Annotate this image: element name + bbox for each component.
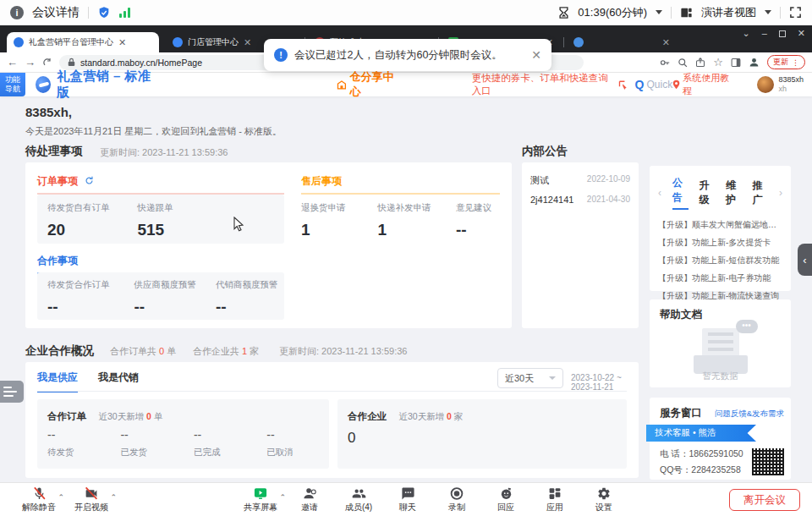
- refresh-icon[interactable]: [85, 176, 94, 185]
- stat-value[interactable]: 20: [47, 221, 125, 239]
- notice-item[interactable]: 【升级】顺丰发大闸蟹偏远地区不成功问...: [658, 219, 782, 231]
- start-video-button[interactable]: 开启视频 ⌃: [68, 486, 115, 513]
- profile-icon[interactable]: [749, 57, 760, 68]
- browser-tab-active[interactable]: 礼盒营销平台管理中心 ✕: [7, 32, 159, 52]
- stat-value[interactable]: 515: [137, 221, 173, 239]
- stat-value[interactable]: 1: [301, 221, 374, 239]
- pending-title: 待处理事项: [25, 144, 83, 159]
- zoom-icon[interactable]: [678, 58, 688, 68]
- notice-tab-maintain[interactable]: 维护: [726, 178, 742, 207]
- minimize-icon[interactable]: –: [762, 29, 767, 38]
- mic-muted-icon: [31, 486, 47, 501]
- key-icon[interactable]: [660, 58, 670, 68]
- announcement-item[interactable]: 2j4124141 2021-04-30: [530, 195, 630, 205]
- view-dropdown-icon[interactable]: [765, 10, 771, 14]
- window-controls: ⌄ – ✕: [742, 29, 805, 38]
- notice-item[interactable]: 【升级】功能上新-电子券功能: [658, 272, 782, 284]
- announcement-date: 2022-10-09: [587, 174, 630, 187]
- coop-tab[interactable]: 合作事项: [37, 254, 78, 274]
- shield-check-icon[interactable]: [97, 6, 111, 19]
- quick-search[interactable]: Q Quick: [635, 78, 673, 91]
- user-chip[interactable]: 8385xh xh: [757, 75, 804, 94]
- back-icon[interactable]: ←: [7, 56, 18, 69]
- phone-label: 电 话：: [660, 448, 689, 458]
- notice-tab-announce[interactable]: 公告: [672, 176, 689, 210]
- sidebar-collapse-handle[interactable]: ‹: [798, 244, 812, 276]
- share-options-icon[interactable]: ⌃: [279, 493, 286, 502]
- unmute-button[interactable]: 解除静音 ⌃: [15, 486, 63, 513]
- stat-value[interactable]: --: [47, 298, 125, 316]
- toast-close-icon[interactable]: ✕: [531, 48, 541, 62]
- mouse-cursor: [233, 217, 244, 232]
- notice-tab-promo[interactable]: 推广: [753, 178, 769, 207]
- share-icon[interactable]: [695, 58, 705, 68]
- reload-icon[interactable]: [42, 58, 52, 68]
- maximize-icon[interactable]: [779, 30, 786, 37]
- reactions-button[interactable]: 回应: [482, 486, 529, 513]
- coop-company-total-num: 1: [242, 346, 247, 356]
- tab-close-icon[interactable]: ✕: [118, 37, 126, 48]
- chrome-update-button[interactable]: 更新 ⋮: [767, 55, 805, 69]
- close-window-icon[interactable]: ✕: [798, 29, 805, 38]
- stat-value[interactable]: --: [456, 221, 491, 239]
- order-tab[interactable]: 订单事项: [37, 174, 78, 193]
- stat-value: --: [266, 428, 294, 442]
- toast-info-icon: !: [274, 48, 288, 62]
- mic-options-icon[interactable]: ⌃: [58, 493, 64, 502]
- tab-close-icon[interactable]: ✕: [244, 37, 251, 48]
- share-center-link[interactable]: 仓分享中心: [337, 69, 400, 100]
- bookmark-star-icon[interactable]: ☆: [713, 56, 723, 69]
- announcements-card: 测试 2022-10-09 2j4124141 2021-04-30: [522, 162, 639, 328]
- lock-icon: [68, 58, 75, 67]
- notice-item[interactable]: 【升级】功能上新-短信群发功能: [658, 255, 782, 266]
- fullscreen-icon[interactable]: [789, 6, 802, 19]
- phone-number: 18662591050: [689, 448, 743, 458]
- tab-i-am-supplier[interactable]: 我是供应: [37, 371, 78, 392]
- reaction-icon: [498, 486, 514, 501]
- browser-tab-partial[interactable]: ✕: [567, 32, 677, 52]
- nav-label-1: 功能: [0, 75, 25, 85]
- restore-down-icon[interactable]: ⌄: [742, 29, 749, 38]
- tabs-prev-icon[interactable]: ‹: [658, 187, 661, 199]
- stat-value[interactable]: --: [216, 298, 278, 316]
- members-button[interactable]: 成员(4): [335, 486, 382, 513]
- share-screen-button[interactable]: 共享屏幕 ⌃: [237, 486, 284, 513]
- video-options-icon[interactable]: ⌃: [110, 493, 117, 502]
- sidepanel-icon[interactable]: [731, 58, 741, 68]
- network-signal-icon[interactable]: [119, 8, 130, 18]
- coop-order-total: 合作订单共 0 单: [110, 345, 176, 358]
- pending-card: 订单事项 待发货自有订单 20 快递跟单 515 售后事项 退换货申请 1: [25, 162, 512, 328]
- meeting-details-label[interactable]: 会议详情: [32, 5, 80, 20]
- aftersale-tab[interactable]: 售后事项: [301, 174, 342, 193]
- tutorial-link[interactable]: 系统使用教程: [672, 72, 733, 97]
- apps-button[interactable]: 应用: [531, 486, 579, 513]
- settings-button[interactable]: 设置: [580, 486, 628, 513]
- stat-value[interactable]: 1: [377, 221, 452, 239]
- notice-item[interactable]: 【升级】功能上新-多次提货卡: [658, 237, 782, 249]
- timer-dropdown-icon[interactable]: [656, 10, 662, 14]
- view-mode-label[interactable]: 演讲者视图: [701, 5, 756, 20]
- user-subname: xh: [778, 85, 804, 94]
- feedback-link[interactable]: 问题反馈&发布需求: [715, 409, 784, 420]
- meeting-info-icon[interactable]: i: [10, 6, 24, 19]
- invite-icon: [302, 486, 318, 501]
- record-button[interactable]: 录制: [433, 486, 480, 513]
- stat-value[interactable]: --: [134, 298, 211, 316]
- pending-updated: 更新时间: 2023-11-21 13:59:36: [100, 146, 228, 159]
- range-select[interactable]: 近30天: [497, 368, 563, 388]
- announcement-item[interactable]: 测试 2022-10-09: [530, 174, 630, 187]
- tab-i-am-agent[interactable]: 我是代销: [98, 371, 139, 392]
- floating-menu-widget[interactable]: [0, 381, 24, 403]
- service-agent-label: 技术客服 • 熊浩: [655, 427, 716, 439]
- invite-button[interactable]: 邀请: [286, 486, 333, 513]
- notice-tab-upgrade[interactable]: 升级: [700, 178, 716, 207]
- update-label: 更新: [773, 57, 788, 68]
- forward-icon[interactable]: →: [25, 56, 36, 69]
- leave-meeting-button[interactable]: 离开会议: [729, 489, 800, 511]
- chat-button[interactable]: 聊天: [384, 486, 431, 513]
- stat-label: 已完成: [194, 447, 263, 458]
- tab-close-icon[interactable]: ✕: [662, 37, 670, 48]
- function-nav-toggle[interactable]: 功能 导航: [0, 73, 25, 96]
- coop-order-total-num: 0: [159, 346, 164, 356]
- tabs-next-icon[interactable]: ›: [779, 187, 782, 199]
